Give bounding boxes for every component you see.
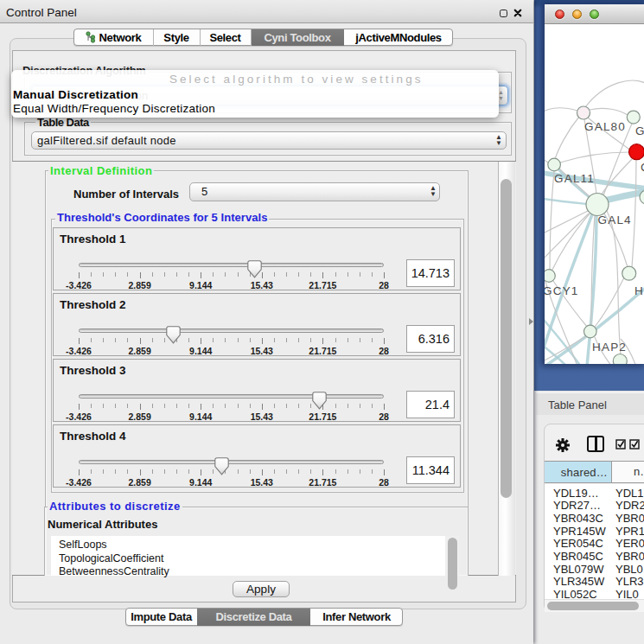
- svg-text:G: G: [635, 124, 644, 137]
- svg-text:GCY1: GCY1: [545, 284, 579, 297]
- svg-text:H: H: [634, 284, 644, 297]
- svg-text:C: C: [641, 161, 644, 174]
- svg-text:HAP2: HAP2: [592, 341, 627, 354]
- svg-text:GAL11: GAL11: [554, 172, 595, 185]
- svg-text:GAL80: GAL80: [584, 120, 626, 133]
- svg-text:GAL4: GAL4: [598, 214, 632, 226]
